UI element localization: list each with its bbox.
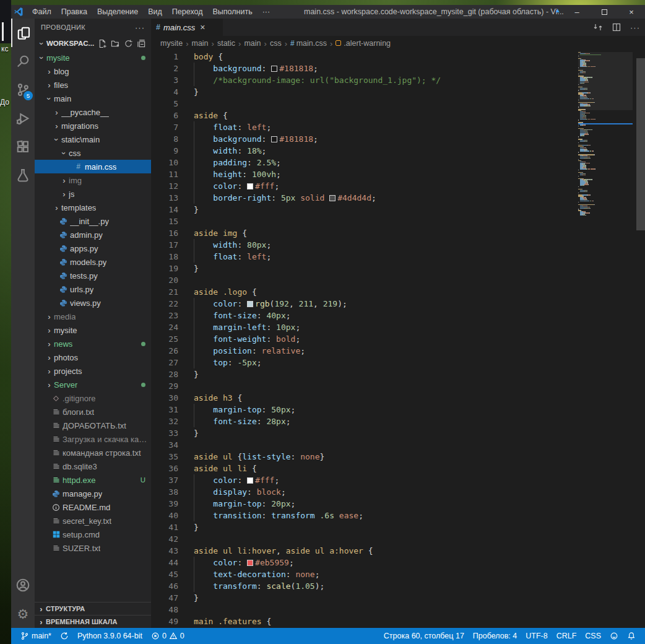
tree-folder-main[interactable]: ›main: [35, 92, 151, 105]
breadcrumb-item-main[interactable]: main: [191, 39, 208, 48]
tree-file-.gitignore[interactable]: .gitignore: [35, 391, 151, 405]
tree-folder-__pycache__[interactable]: ›__pycache__: [35, 105, 151, 119]
problems-status[interactable]: 0 0: [147, 628, 189, 644]
account-activity-icon[interactable]: [11, 571, 35, 599]
tree-file-блоги.txt[interactable]: блоги.txt: [35, 405, 151, 419]
open-changes-icon[interactable]: [593, 22, 603, 32]
python-interpreter-status[interactable]: Python 3.9.0 64-bit: [73, 628, 147, 644]
settings-activity-icon[interactable]: ⚙: [11, 599, 35, 628]
tree-file-Загрузка_и_скачка_карт...[interactable]: Загрузка и скачка карт...: [35, 432, 151, 446]
eol-status[interactable]: CRLF: [552, 628, 581, 644]
code-line[interactable]: 42: [151, 533, 645, 545]
tree-file-__init__.py[interactable]: __init__.py: [35, 214, 151, 228]
code-line[interactable]: 36aside ul li {: [151, 463, 645, 474]
code-line[interactable]: 43aside ul li:hover, aside ul a:hover {: [151, 545, 645, 557]
testing-activity-icon[interactable]: [11, 161, 35, 189]
code-line[interactable]: 38 display: block;: [151, 486, 645, 498]
tree-file-models.py[interactable]: models.py: [35, 255, 151, 269]
run-debug-activity-icon[interactable]: [11, 104, 35, 133]
tree-folder-js[interactable]: ›js: [35, 187, 151, 201]
code-line[interactable]: 29: [151, 380, 645, 392]
minimap[interactable]: [578, 52, 633, 281]
code-line[interactable]: 5: [151, 98, 645, 110]
tree-file-main.css[interactable]: #main.css: [35, 160, 151, 173]
code-line[interactable]: 12 color: #fff;: [151, 180, 645, 192]
tree-folder-img[interactable]: ›img: [35, 173, 151, 187]
code-line[interactable]: 32 font-size: 28px;: [151, 416, 645, 427]
tree-file-ДОРАБОТАТЬ.txt[interactable]: ДОРАБОТАТЬ.txt: [35, 419, 151, 432]
code-line[interactable]: 3 /*background-image: url("background_1.…: [151, 74, 645, 86]
tree-file-admin.py[interactable]: admin.py: [35, 228, 151, 242]
code-line[interactable]: 39 margin-top: 20px;: [151, 498, 645, 510]
color-swatch[interactable]: [329, 195, 335, 201]
cursor-position-status[interactable]: Строка 60, столбец 17: [379, 628, 469, 644]
code-line[interactable]: 37 color: #fff;: [151, 474, 645, 486]
menu-ереход[interactable]: Переход: [167, 5, 208, 19]
code-line[interactable]: 22 color: rgb(192, 211, 219);: [151, 298, 645, 310]
close-button[interactable]: ×: [618, 5, 645, 19]
tree-folder-migrations[interactable]: ›migrations: [35, 119, 151, 133]
minimize-button[interactable]: –: [563, 5, 591, 19]
color-swatch[interactable]: [271, 66, 277, 72]
code-line[interactable]: 40 transition: transform .6s ease;: [151, 510, 645, 521]
menu-ид[interactable]: Вид: [143, 5, 167, 19]
menu-равка[interactable]: Правка: [56, 5, 92, 19]
scrollbar-thumb[interactable]: [636, 58, 645, 230]
code-line[interactable]: 13 border-right: 5px solid #4d4d4d;: [151, 192, 645, 204]
tree-folder-news[interactable]: ›news: [35, 337, 151, 350]
code-line[interactable]: 24 margin-left: 10px;: [151, 321, 645, 333]
code-line[interactable]: 16aside img {: [151, 227, 645, 239]
tree-folder-mysite[interactable]: ›mysite: [35, 51, 151, 64]
menu-ыполнить[interactable]: Выполнить: [208, 5, 258, 19]
sidebar-section-outline[interactable]: ›СТРУКТУРА: [35, 602, 151, 615]
code-line[interactable]: 25 font-weight: bold;: [151, 333, 645, 345]
code-line[interactable]: 31 margin-top: 50px;: [151, 404, 645, 416]
tree-file-manage.py[interactable]: manage.py: [35, 487, 151, 500]
menu-ыделение[interactable]: Выделение: [92, 5, 143, 19]
code-line[interactable]: 46 transform: scale(1.05);: [151, 580, 645, 592]
breadcrumb-item-css[interactable]: css: [270, 39, 282, 48]
collapse-all-icon[interactable]: [137, 39, 146, 48]
source-control-activity-icon[interactable]: 5: [11, 76, 35, 104]
color-swatch[interactable]: [247, 301, 253, 307]
sync-status[interactable]: [56, 628, 73, 644]
explorer-more-actions-icon[interactable]: ···: [135, 23, 145, 32]
encoding-status[interactable]: UTF-8: [521, 628, 552, 644]
code-line[interactable]: 1body {: [151, 51, 645, 63]
tree-file-SUZER.txt[interactable]: SUZER.txt: [35, 541, 151, 555]
tree-folder-Server[interactable]: ›Server: [35, 378, 151, 391]
feedback-status[interactable]: [605, 628, 623, 644]
refresh-icon[interactable]: [124, 39, 133, 48]
tree-file-db.sqlite3[interactable]: db.sqlite3: [35, 459, 151, 473]
code-line[interactable]: 27 top: -5px;: [151, 357, 645, 368]
code-line[interactable]: 45 text-decoration: none;: [151, 568, 645, 580]
color-swatch[interactable]: [271, 136, 277, 142]
search-activity-icon[interactable]: [11, 47, 35, 76]
code-line[interactable]: 28}: [151, 368, 645, 380]
code-line[interactable]: 23 font-size: 40px;: [151, 310, 645, 321]
code-line[interactable]: 15: [151, 215, 645, 227]
tree-file-tests.py[interactable]: tests.py: [35, 269, 151, 282]
code-line[interactable]: 8 background: #181818;: [151, 133, 645, 145]
editor-more-actions-icon[interactable]: ···: [630, 23, 640, 32]
tree-folder-photos[interactable]: ›photos: [35, 350, 151, 364]
code-line[interactable]: 44 color: #eb5959;: [151, 557, 645, 568]
code-line[interactable]: 33}: [151, 427, 645, 439]
code-line[interactable]: 20: [151, 274, 645, 286]
language-mode-status[interactable]: CSS: [581, 628, 605, 644]
tree-file-apps.py[interactable]: apps.py: [35, 242, 151, 255]
color-swatch[interactable]: [247, 183, 253, 189]
tree-folder-templates[interactable]: ›templates: [35, 201, 151, 214]
breadcrumb-item-main.css[interactable]: #main.css: [290, 39, 327, 48]
code-line[interactable]: 17 width: 80px;: [151, 239, 645, 251]
breadcrumb-item-.alert-warning[interactable]: .alert-warning: [335, 39, 391, 48]
color-swatch[interactable]: [247, 477, 253, 484]
sidebar-section-timeline[interactable]: ›ВРЕМЕННАЯ ШКАЛА: [35, 615, 151, 628]
tree-folder-mysite[interactable]: ›mysite: [35, 323, 151, 337]
tab-main-css[interactable]: # main.css ×: [151, 19, 223, 36]
tree-folder-files[interactable]: ›files: [35, 78, 151, 92]
breadcrumb-item-static[interactable]: static: [217, 39, 235, 48]
tree-file-httpd.exe[interactable]: httpd.exeU: [35, 473, 151, 487]
tree-folder-projects[interactable]: ›projects: [35, 364, 151, 378]
code-line[interactable]: 4}: [151, 86, 645, 98]
